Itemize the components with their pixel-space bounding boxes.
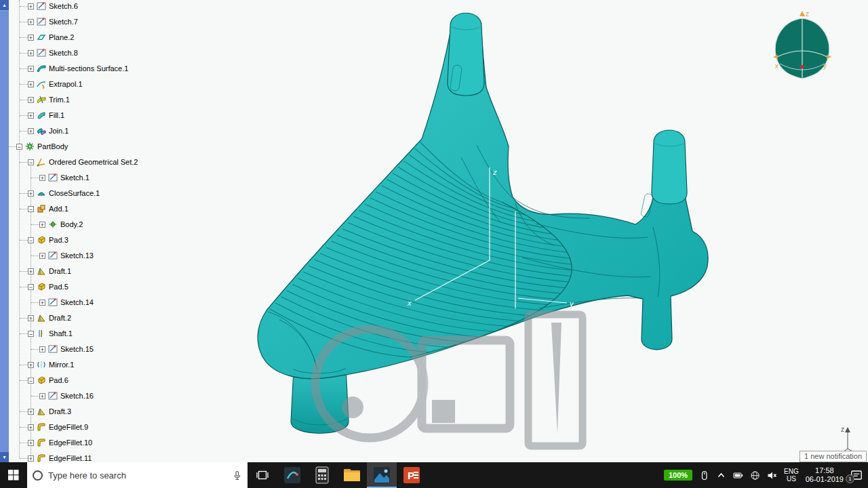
tree-item-extrapol-1[interactable]: +Extrapol.1: [9, 78, 179, 91]
tree-item-sketch-16[interactable]: +Sketch.16: [9, 390, 179, 403]
tree-item-fill-1[interactable]: +Fill.1: [9, 109, 179, 122]
action-center-button[interactable]: 1: [850, 469, 863, 481]
tree-item-add-1[interactable]: −Add.1: [9, 203, 179, 216]
tree-expand-toggle[interactable]: +: [28, 440, 34, 446]
tree-item-sketch-6[interactable]: +Sketch.6: [9, 0, 179, 13]
scroll-down-button[interactable]: ▼: [0, 452, 9, 462]
tree-expand-toggle[interactable]: +: [28, 424, 34, 430]
tree-item-sketch-15[interactable]: +Sketch.15: [9, 343, 179, 356]
tree-expand-toggle[interactable]: +: [39, 222, 45, 228]
tree-item-label: EdgeFillet.11: [49, 454, 92, 462]
tree-expand-toggle[interactable]: +: [28, 3, 34, 9]
tree-item-sketch-8[interactable]: +Sketch.8: [9, 47, 179, 60]
tree-item-join-1[interactable]: +Join.1: [9, 125, 179, 138]
sketch-icon: [48, 391, 58, 401]
tree-scrollbar[interactable]: ▲ ▼: [0, 0, 9, 462]
windows-logo-icon: [8, 470, 19, 481]
tree-expand-toggle[interactable]: +: [39, 300, 45, 306]
specification-tree[interactable]: +Sketch.6+Sketch.7+Plane.2+Sketch.8+Mult…: [9, 0, 179, 462]
volume-muted-icon[interactable]: [767, 470, 777, 481]
tree-expand-toggle[interactable]: +: [28, 50, 34, 56]
tree-item-draft-1[interactable]: +Draft.1: [9, 265, 179, 278]
tree-expand-toggle[interactable]: +: [28, 19, 34, 25]
tree-item-sketch-13[interactable]: +Sketch.13: [9, 249, 179, 262]
language-indicator[interactable]: ENG US: [784, 468, 799, 483]
calculator-taskbar-icon[interactable]: [307, 462, 337, 488]
tree-item-label: Draft.1: [49, 267, 71, 275]
task-view-button[interactable]: [248, 462, 277, 488]
tree-expand-toggle[interactable]: +: [28, 362, 34, 368]
tree-expand-toggle[interactable]: +: [28, 455, 34, 462]
file-explorer-taskbar-icon[interactable]: [337, 462, 367, 488]
tree-connector: [20, 333, 28, 334]
tree-expand-toggle[interactable]: −: [28, 206, 34, 212]
mouse-settings-icon[interactable]: [699, 470, 709, 481]
tree-item-body-2[interactable]: +Body.2: [9, 218, 179, 231]
tree-item-label: Sketch.16: [60, 392, 94, 400]
tree-item-pad-6[interactable]: −Pad.6: [9, 374, 179, 387]
tree-expand-toggle[interactable]: +: [28, 35, 34, 41]
tree-expand-toggle[interactable]: +: [28, 97, 34, 103]
tree-item-trim-1[interactable]: +Trim.1: [9, 94, 179, 106]
tree-expand-toggle[interactable]: +: [28, 128, 34, 134]
tree-item-draft-3[interactable]: +Draft.3: [9, 405, 179, 418]
tree-expand-toggle[interactable]: +: [39, 346, 45, 352]
sketch-icon: [37, 48, 46, 58]
catia-window: z x y x y z: [0, 0, 868, 488]
tree-item-ordered-geometrical-set-2[interactable]: −Ordered Geometrical Set.2: [9, 156, 179, 169]
sketch-icon: [48, 298, 58, 307]
view-compass[interactable]: x y z: [773, 10, 831, 79]
tree-expand-toggle[interactable]: +: [39, 393, 45, 399]
tree-item-sketch-14[interactable]: +Sketch.14: [9, 296, 179, 309]
microphone-icon[interactable]: [232, 470, 242, 481]
tree-connector: [8, 146, 16, 147]
tree-expand-toggle[interactable]: +: [39, 253, 45, 259]
tree-expand-toggle[interactable]: +: [28, 190, 34, 197]
taskbar-search-box[interactable]: Type here to search: [27, 462, 248, 488]
tree-expand-toggle[interactable]: +: [28, 66, 34, 72]
tree-item-pad-3[interactable]: −Pad.3: [9, 234, 179, 247]
hidden-icons-chevron-icon[interactable]: [716, 470, 726, 481]
powerpoint-taskbar-icon[interactable]: P: [397, 462, 427, 488]
tree-item-multi-sections-surface-1[interactable]: +Multi-sections Surface.1: [9, 62, 179, 75]
battery-status-pill[interactable]: 100%: [664, 470, 692, 481]
tree-item-draft-2[interactable]: +Draft.2: [9, 312, 179, 325]
clock[interactable]: 17:58 06-01-2019: [806, 466, 844, 484]
scroll-up-button[interactable]: ▲: [0, 0, 9, 10]
tree-expand-toggle[interactable]: +: [28, 268, 34, 274]
tree-expand-toggle[interactable]: +: [28, 113, 34, 119]
media-app-taskbar-icon[interactable]: [367, 462, 397, 488]
tree-item-edgefillet-10[interactable]: +EdgeFillet.10: [9, 436, 179, 449]
tree-expand-toggle[interactable]: −: [28, 331, 34, 337]
tree-item-label: Pad.5: [49, 283, 68, 291]
tree-item-closesurface-1[interactable]: +CloseSurface.1: [9, 187, 179, 200]
tree-item-shaft-1[interactable]: −Shaft.1: [9, 327, 179, 340]
tree-item-label: Add.1: [49, 205, 68, 213]
tree-item-sketch-7[interactable]: +Sketch.7: [9, 16, 179, 28]
tree-item-label: Plane.2: [49, 33, 74, 41]
start-button[interactable]: [0, 462, 27, 488]
network-globe-icon[interactable]: [750, 470, 760, 481]
catia-taskbar-icon[interactable]: [277, 462, 307, 488]
tree-expand-toggle[interactable]: +: [28, 81, 34, 87]
tree-expand-toggle[interactable]: +: [28, 315, 34, 321]
tree-expand-toggle[interactable]: −: [28, 378, 34, 384]
tree-item-edgefillet-9[interactable]: +EdgeFillet.9: [9, 421, 179, 434]
tree-expand-toggle[interactable]: −: [28, 284, 34, 290]
tree-item-mirror-1[interactable]: +Mirror.1: [9, 359, 179, 371]
scrollbar-thumb[interactable]: [0, 10, 9, 453]
fill-icon: [37, 110, 46, 120]
battery-icon[interactable]: [733, 470, 743, 481]
tree-expand-toggle[interactable]: +: [28, 409, 34, 415]
tree-expand-toggle[interactable]: −: [28, 237, 34, 243]
tree-item-label: Draft.2: [49, 314, 71, 322]
tree-expand-toggle[interactable]: +: [39, 175, 45, 181]
tree-item-sketch-1[interactable]: +Sketch.1: [9, 171, 179, 184]
system-tray: 100% ENG: [664, 462, 868, 488]
tree-expand-toggle[interactable]: −: [28, 159, 34, 165]
tree-item-plane-2[interactable]: +Plane.2: [9, 31, 179, 44]
tree-item-pad-5[interactable]: −Pad.5: [9, 281, 179, 293]
tree-expand-toggle[interactable]: −: [16, 144, 22, 150]
tree-item-partbody[interactable]: −PartBody: [9, 140, 179, 153]
clock-date: 06-01-2019: [806, 475, 844, 484]
